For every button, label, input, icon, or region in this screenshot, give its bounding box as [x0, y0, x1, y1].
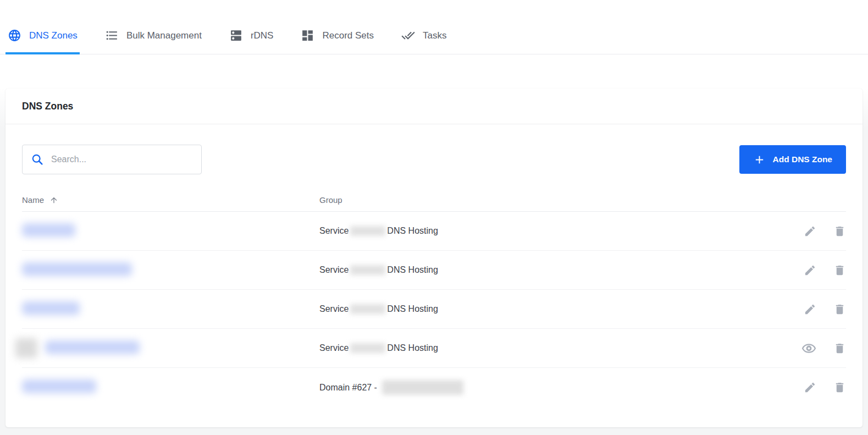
redacted-zone-name	[22, 223, 75, 237]
eye-icon	[801, 341, 816, 356]
group-prefix: Service	[319, 226, 349, 236]
tab-label: Bulk Management	[126, 30, 202, 41]
redacted-zone-name	[22, 262, 132, 276]
redacted-service-id	[350, 343, 385, 353]
zone-name-link-redacted[interactable]	[22, 262, 132, 278]
dns-servers-icon	[229, 29, 243, 42]
group-cell: Service DNS Hosting	[319, 343, 784, 353]
edit-pencil-icon	[804, 303, 816, 316]
trash-icon	[833, 342, 846, 355]
group-suffix: DNS Hosting	[387, 265, 438, 275]
tab-record-sets[interactable]: Record Sets	[298, 29, 376, 54]
group-prefix: Service	[319, 265, 349, 275]
redacted-service-id	[350, 304, 385, 314]
zone-name-link-redacted[interactable]	[22, 379, 96, 395]
table-row: Service DNS Hosting	[22, 290, 846, 329]
name-column-label: Name	[22, 195, 44, 205]
delete-button[interactable]	[833, 342, 846, 355]
tab-label: Tasks	[423, 30, 446, 41]
delete-button[interactable]	[833, 381, 846, 394]
edit-pencil-icon	[804, 225, 816, 238]
redacted-zone-name	[22, 301, 80, 315]
table-row: Service DNS Hosting	[22, 212, 846, 251]
edit-button[interactable]	[804, 381, 816, 394]
globe-icon	[8, 29, 21, 42]
column-header-name[interactable]: Name	[22, 195, 319, 205]
dns-zones-card: DNS Zones Add DNS Zone Name G	[5, 89, 863, 427]
add-dns-zone-button[interactable]: Add DNS Zone	[739, 145, 847, 174]
bulleted-list-icon	[105, 29, 119, 42]
table-header: Name Group	[22, 189, 846, 212]
redacted-service-id	[350, 265, 385, 275]
zone-name-link-redacted[interactable]	[22, 301, 80, 317]
page-title: DNS Zones	[22, 101, 73, 112]
group-prefix: Service	[319, 343, 349, 353]
group-column-label: Group	[319, 195, 342, 205]
group-cell: Service DNS Hosting	[319, 304, 784, 314]
main-tab-bar: DNS Zones Bulk Management rDNS Record Se…	[0, 0, 868, 54]
tab-label: rDNS	[251, 30, 274, 41]
group-suffix: DNS Hosting	[387, 343, 438, 353]
tab-tasks[interactable]: Tasks	[399, 29, 449, 54]
table-row: Domain #627 -	[22, 368, 846, 407]
trash-icon	[833, 264, 846, 277]
redacted-zone-status-icon	[15, 338, 37, 358]
group-cell: Service DNS Hosting	[319, 265, 784, 275]
card-header: DNS Zones	[5, 89, 863, 124]
group-suffix: DNS Hosting	[387, 226, 438, 236]
dashboard-grid-icon	[301, 29, 314, 42]
group-suffix: DNS Hosting	[387, 304, 438, 314]
tab-bulk-management[interactable]: Bulk Management	[103, 29, 204, 54]
double-check-icon	[401, 29, 415, 42]
trash-icon	[833, 303, 846, 316]
page-background: DNS Zones Add DNS Zone Name G	[0, 89, 868, 435]
card-body: Add DNS Zone Name Group Servic	[5, 145, 863, 407]
toolbar: Add DNS Zone	[22, 145, 846, 174]
delete-button[interactable]	[833, 303, 846, 316]
group-prefix: Domain #627 -	[319, 383, 377, 393]
edit-button[interactable]	[804, 264, 816, 277]
tab-rdns[interactable]: rDNS	[227, 29, 276, 54]
column-header-group[interactable]: Group	[319, 195, 784, 205]
tab-dns-zones[interactable]: DNS Zones	[5, 29, 80, 54]
trash-icon	[833, 381, 846, 394]
group-cell: Domain #627 -	[319, 380, 784, 395]
zone-name-link-redacted[interactable]	[45, 340, 140, 356]
sort-ascending-icon	[49, 196, 58, 205]
table-row: Service DNS Hosting	[22, 329, 846, 368]
zone-name-link-redacted[interactable]	[22, 223, 75, 239]
delete-button[interactable]	[833, 264, 846, 277]
add-dns-zone-label: Add DNS Zone	[773, 155, 833, 164]
view-button[interactable]	[801, 341, 816, 356]
group-cell: Service DNS Hosting	[319, 226, 784, 236]
redacted-domain-name	[382, 380, 463, 395]
edit-button[interactable]	[804, 303, 816, 316]
group-prefix: Service	[319, 304, 349, 314]
plus-icon	[753, 153, 766, 166]
search-input[interactable]	[51, 155, 193, 164]
edit-pencil-icon	[804, 381, 816, 394]
tab-label: Record Sets	[322, 30, 374, 41]
search-box	[22, 145, 202, 174]
edit-button[interactable]	[804, 225, 816, 238]
tab-label: DNS Zones	[29, 30, 78, 41]
redacted-zone-name	[22, 379, 96, 393]
trash-icon	[833, 225, 846, 238]
edit-pencil-icon	[804, 264, 816, 277]
delete-button[interactable]	[833, 225, 846, 238]
table-row: Service DNS Hosting	[22, 251, 846, 290]
search-icon	[31, 153, 44, 166]
redacted-service-id	[350, 226, 385, 236]
redacted-zone-name	[45, 340, 140, 354]
